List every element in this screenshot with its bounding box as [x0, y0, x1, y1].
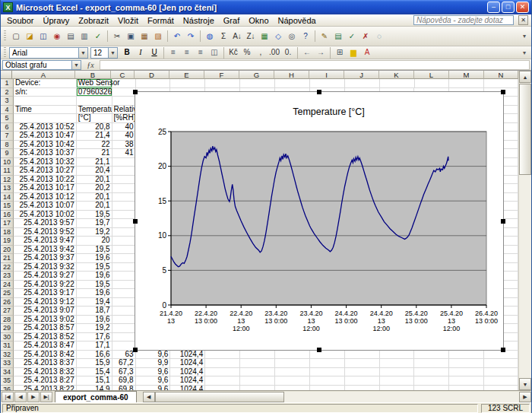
cell-J35[interactable]: [345, 376, 380, 386]
cell-D33[interactable]: 9,9: [136, 359, 171, 368]
cell-L35[interactable]: [414, 376, 449, 386]
cell-B14[interactable]: 20,1: [77, 193, 112, 202]
column-header-e[interactable]: E: [169, 71, 204, 79]
font-name-combo[interactable]: Arial ▼: [9, 47, 88, 59]
cell-B27[interactable]: 18,7: [77, 307, 112, 316]
cell-N35[interactable]: [484, 376, 518, 386]
cell-C35[interactable]: 69,8: [112, 376, 136, 386]
cell-A5[interactable]: [14, 114, 77, 123]
increase-decimal-icon[interactable]: .00: [268, 46, 281, 59]
cell-I1[interactable]: [310, 79, 345, 88]
row-header-14[interactable]: 14: [1, 193, 14, 202]
vertical-scroll-thumb[interactable]: [519, 84, 531, 175]
new-file-icon[interactable]: ▢: [9, 30, 23, 43]
cell-J34[interactable]: [345, 368, 380, 377]
column-header-a[interactable]: A: [12, 71, 75, 79]
cell-H33[interactable]: [275, 359, 310, 368]
cell-B3[interactable]: [77, 97, 112, 106]
tab-next-icon[interactable]: ▶: [27, 392, 40, 402]
cell-B18[interactable]: 19,2: [77, 228, 112, 237]
borders-icon[interactable]: ⊞: [333, 46, 347, 59]
maximize-button[interactable]: □: [502, 2, 515, 13]
cell-A1[interactable]: Device:: [14, 79, 77, 88]
cell-A3[interactable]: [14, 97, 77, 106]
cell-I33[interactable]: [310, 359, 345, 368]
cell-A4[interactable]: Time: [14, 106, 77, 115]
cell-B26[interactable]: 19,4: [77, 298, 112, 307]
paste-icon[interactable]: ▦: [138, 30, 151, 43]
toolbar-handle[interactable]: [4, 30, 6, 42]
cell-E1[interactable]: [170, 79, 205, 88]
chevron-down-icon[interactable]: ▼: [71, 61, 81, 69]
cell-G1[interactable]: [240, 79, 275, 88]
cell-A2[interactable]: s/n:: [14, 88, 77, 97]
spelling-icon[interactable]: ✓: [91, 30, 105, 43]
column-header-j[interactable]: J: [344, 71, 379, 79]
chart[interactable]: 051015202521.4.201322.4.2013 0:0022.4.20…: [135, 91, 504, 351]
format-painter-icon[interactable]: ▨: [151, 30, 165, 43]
cell-N1[interactable]: [484, 79, 518, 88]
toolbar-options-icon[interactable]: ▾: [520, 30, 529, 43]
row-header-13[interactable]: 13: [1, 184, 14, 193]
chart-selection-handle[interactable]: [501, 219, 505, 224]
cell-L34[interactable]: [414, 368, 449, 377]
cell-B28[interactable]: 19,6: [77, 316, 112, 325]
cell-B30[interactable]: 17,6: [77, 333, 112, 342]
row-header-22[interactable]: 22: [1, 263, 14, 272]
chart-wizard-icon[interactable]: ▦: [258, 30, 271, 43]
cell-K33[interactable]: [380, 359, 415, 368]
cell-M32[interactable]: [449, 351, 484, 360]
cell-A31[interactable]: 25.4.2013 8:47: [14, 342, 77, 351]
column-header-d[interactable]: D: [135, 71, 169, 79]
cell-D34[interactable]: 9,6: [136, 368, 171, 377]
cell-M33[interactable]: [449, 359, 484, 368]
cell-M34[interactable]: [449, 368, 484, 377]
cell-C31[interactable]: [112, 342, 136, 351]
open-folder-icon[interactable]: ◪: [23, 30, 36, 43]
row-header-32[interactable]: 32: [1, 351, 14, 360]
comma-style-icon[interactable]: ,: [254, 46, 268, 59]
select-all-corner[interactable]: [1, 71, 12, 79]
cell-C2[interactable]: [112, 88, 136, 97]
vertical-scrollbar[interactable]: ▲ ▼: [518, 71, 531, 390]
column-header-g[interactable]: G: [239, 71, 274, 79]
save-icon[interactable]: ◫: [36, 30, 50, 43]
cell-C11[interactable]: [112, 167, 136, 176]
row-header-15[interactable]: 15: [1, 202, 14, 211]
show-changes-icon[interactable]: ▤: [331, 30, 345, 43]
insert-function-icon[interactable]: ƒx: [84, 60, 97, 70]
cell-A22[interactable]: 25.4.2013 9:32: [14, 263, 77, 272]
underline-icon[interactable]: U: [147, 46, 161, 59]
cell-F33[interactable]: [205, 359, 240, 368]
permission-icon[interactable]: ◉: [50, 30, 64, 43]
row-header-35[interactable]: 35: [1, 376, 14, 386]
cell-A25[interactable]: 25.4.2013 9:17: [14, 289, 77, 298]
sort-descending-icon[interactable]: Z↓: [244, 30, 258, 43]
align-right-icon[interactable]: ≡: [194, 46, 207, 59]
cell-E35[interactable]: 1024,4: [170, 376, 205, 386]
cell-F32[interactable]: [205, 351, 240, 360]
menu-nastroje[interactable]: Nástroje: [179, 15, 219, 26]
cell-C17[interactable]: [112, 219, 136, 228]
vertical-scroll-track[interactable]: [519, 176, 531, 378]
row-header-23[interactable]: 23: [1, 272, 14, 281]
cell-G35[interactable]: [240, 376, 275, 386]
scroll-right-icon[interactable]: ▶: [519, 392, 531, 402]
bold-icon[interactable]: B: [120, 46, 134, 59]
cell-J1[interactable]: [345, 79, 380, 88]
autosum-icon[interactable]: Σ: [217, 30, 230, 43]
name-box[interactable]: Oblast grafu ▼: [2, 60, 81, 70]
cell-C15[interactable]: [112, 202, 136, 211]
chart-selection-handle[interactable]: [133, 348, 138, 352]
column-header-k[interactable]: K: [379, 71, 414, 79]
cell-A6[interactable]: 25.4.2013 10:52: [14, 123, 77, 132]
cell-B1[interactable]: Web Sensor: [77, 79, 112, 88]
formula-input[interactable]: [100, 60, 530, 70]
cell-A16[interactable]: 25.4.2013 10:02: [14, 211, 77, 220]
cell-I32[interactable]: [310, 351, 345, 360]
menu-format[interactable]: Formát: [143, 15, 179, 26]
cell-A24[interactable]: 25.4.2013 9:22: [14, 281, 77, 290]
row-header-26[interactable]: 26: [1, 298, 14, 307]
chart-title[interactable]: Temperature [°C]: [293, 106, 365, 117]
align-left-icon[interactable]: ≡: [166, 46, 180, 59]
